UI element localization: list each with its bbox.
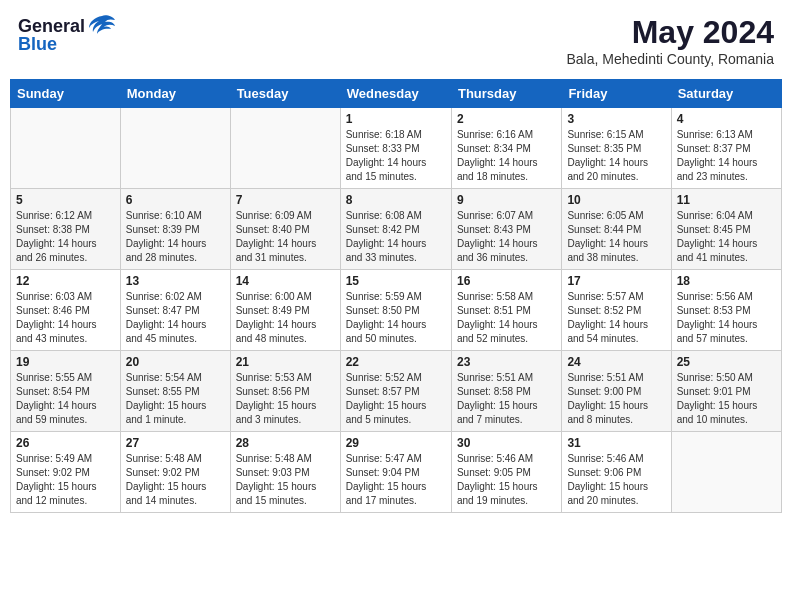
table-row: 15Sunrise: 5:59 AMSunset: 8:50 PMDayligh… [340, 270, 451, 351]
day-number: 6 [126, 193, 225, 207]
day-number: 15 [346, 274, 446, 288]
table-row: 28Sunrise: 5:48 AMSunset: 9:03 PMDayligh… [230, 432, 340, 513]
day-number: 31 [567, 436, 665, 450]
calendar-title: May 2024 [566, 14, 774, 51]
day-info: Sunrise: 6:00 AMSunset: 8:49 PMDaylight:… [236, 290, 335, 346]
table-row [230, 108, 340, 189]
day-info: Sunrise: 5:51 AMSunset: 9:00 PMDaylight:… [567, 371, 665, 427]
day-info: Sunrise: 6:18 AMSunset: 8:33 PMDaylight:… [346, 128, 446, 184]
day-info: Sunrise: 5:48 AMSunset: 9:03 PMDaylight:… [236, 452, 335, 508]
table-row: 3Sunrise: 6:15 AMSunset: 8:35 PMDaylight… [562, 108, 671, 189]
header-thursday: Thursday [451, 80, 561, 108]
day-info: Sunrise: 6:07 AMSunset: 8:43 PMDaylight:… [457, 209, 556, 265]
day-info: Sunrise: 5:48 AMSunset: 9:02 PMDaylight:… [126, 452, 225, 508]
table-row: 12Sunrise: 6:03 AMSunset: 8:46 PMDayligh… [11, 270, 121, 351]
table-row [671, 432, 781, 513]
day-number: 10 [567, 193, 665, 207]
day-number: 8 [346, 193, 446, 207]
day-number: 14 [236, 274, 335, 288]
table-row: 7Sunrise: 6:09 AMSunset: 8:40 PMDaylight… [230, 189, 340, 270]
day-info: Sunrise: 5:54 AMSunset: 8:55 PMDaylight:… [126, 371, 225, 427]
title-section: May 2024 Bala, Mehedinti County, Romania [566, 14, 774, 67]
header-sunday: Sunday [11, 80, 121, 108]
header-friday: Friday [562, 80, 671, 108]
day-number: 27 [126, 436, 225, 450]
table-row: 1Sunrise: 6:18 AMSunset: 8:33 PMDaylight… [340, 108, 451, 189]
day-info: Sunrise: 6:12 AMSunset: 8:38 PMDaylight:… [16, 209, 115, 265]
table-row: 17Sunrise: 5:57 AMSunset: 8:52 PMDayligh… [562, 270, 671, 351]
day-number: 23 [457, 355, 556, 369]
day-number: 22 [346, 355, 446, 369]
day-number: 29 [346, 436, 446, 450]
table-row: 16Sunrise: 5:58 AMSunset: 8:51 PMDayligh… [451, 270, 561, 351]
table-row: 4Sunrise: 6:13 AMSunset: 8:37 PMDaylight… [671, 108, 781, 189]
table-row: 26Sunrise: 5:49 AMSunset: 9:02 PMDayligh… [11, 432, 121, 513]
calendar-week-row: 1Sunrise: 6:18 AMSunset: 8:33 PMDaylight… [11, 108, 782, 189]
table-row: 13Sunrise: 6:02 AMSunset: 8:47 PMDayligh… [120, 270, 230, 351]
day-number: 9 [457, 193, 556, 207]
day-number: 2 [457, 112, 556, 126]
table-row: 24Sunrise: 5:51 AMSunset: 9:00 PMDayligh… [562, 351, 671, 432]
day-info: Sunrise: 6:02 AMSunset: 8:47 PMDaylight:… [126, 290, 225, 346]
day-number: 17 [567, 274, 665, 288]
table-row: 31Sunrise: 5:46 AMSunset: 9:06 PMDayligh… [562, 432, 671, 513]
day-number: 13 [126, 274, 225, 288]
day-number: 20 [126, 355, 225, 369]
day-number: 18 [677, 274, 776, 288]
day-info: Sunrise: 6:09 AMSunset: 8:40 PMDaylight:… [236, 209, 335, 265]
day-number: 4 [677, 112, 776, 126]
table-row: 9Sunrise: 6:07 AMSunset: 8:43 PMDaylight… [451, 189, 561, 270]
day-number: 28 [236, 436, 335, 450]
day-number: 30 [457, 436, 556, 450]
table-row: 6Sunrise: 6:10 AMSunset: 8:39 PMDaylight… [120, 189, 230, 270]
header-saturday: Saturday [671, 80, 781, 108]
day-info: Sunrise: 5:55 AMSunset: 8:54 PMDaylight:… [16, 371, 115, 427]
table-row: 20Sunrise: 5:54 AMSunset: 8:55 PMDayligh… [120, 351, 230, 432]
table-row: 5Sunrise: 6:12 AMSunset: 8:38 PMDaylight… [11, 189, 121, 270]
calendar-table: Sunday Monday Tuesday Wednesday Thursday… [10, 79, 782, 513]
day-info: Sunrise: 6:16 AMSunset: 8:34 PMDaylight:… [457, 128, 556, 184]
day-number: 3 [567, 112, 665, 126]
day-info: Sunrise: 6:10 AMSunset: 8:39 PMDaylight:… [126, 209, 225, 265]
logo: General Blue [18, 14, 117, 55]
calendar-week-row: 26Sunrise: 5:49 AMSunset: 9:02 PMDayligh… [11, 432, 782, 513]
day-info: Sunrise: 6:15 AMSunset: 8:35 PMDaylight:… [567, 128, 665, 184]
table-row: 8Sunrise: 6:08 AMSunset: 8:42 PMDaylight… [340, 189, 451, 270]
table-row: 10Sunrise: 6:05 AMSunset: 8:44 PMDayligh… [562, 189, 671, 270]
day-info: Sunrise: 5:51 AMSunset: 8:58 PMDaylight:… [457, 371, 556, 427]
table-row: 29Sunrise: 5:47 AMSunset: 9:04 PMDayligh… [340, 432, 451, 513]
day-info: Sunrise: 6:04 AMSunset: 8:45 PMDaylight:… [677, 209, 776, 265]
table-row: 14Sunrise: 6:00 AMSunset: 8:49 PMDayligh… [230, 270, 340, 351]
table-row: 11Sunrise: 6:04 AMSunset: 8:45 PMDayligh… [671, 189, 781, 270]
day-number: 7 [236, 193, 335, 207]
header-tuesday: Tuesday [230, 80, 340, 108]
day-number: 21 [236, 355, 335, 369]
table-row: 19Sunrise: 5:55 AMSunset: 8:54 PMDayligh… [11, 351, 121, 432]
day-info: Sunrise: 6:13 AMSunset: 8:37 PMDaylight:… [677, 128, 776, 184]
weekday-header-row: Sunday Monday Tuesday Wednesday Thursday… [11, 80, 782, 108]
day-info: Sunrise: 5:53 AMSunset: 8:56 PMDaylight:… [236, 371, 335, 427]
day-number: 25 [677, 355, 776, 369]
day-number: 16 [457, 274, 556, 288]
table-row: 21Sunrise: 5:53 AMSunset: 8:56 PMDayligh… [230, 351, 340, 432]
day-info: Sunrise: 5:49 AMSunset: 9:02 PMDaylight:… [16, 452, 115, 508]
table-row: 25Sunrise: 5:50 AMSunset: 9:01 PMDayligh… [671, 351, 781, 432]
logo-bird-icon [87, 14, 117, 38]
page-header: General Blue May 2024 Bala, Mehedinti Co… [10, 10, 782, 71]
day-number: 12 [16, 274, 115, 288]
day-info: Sunrise: 5:57 AMSunset: 8:52 PMDaylight:… [567, 290, 665, 346]
day-number: 5 [16, 193, 115, 207]
day-info: Sunrise: 5:50 AMSunset: 9:01 PMDaylight:… [677, 371, 776, 427]
header-wednesday: Wednesday [340, 80, 451, 108]
calendar-week-row: 5Sunrise: 6:12 AMSunset: 8:38 PMDaylight… [11, 189, 782, 270]
day-info: Sunrise: 6:03 AMSunset: 8:46 PMDaylight:… [16, 290, 115, 346]
logo-blue-text: Blue [18, 34, 57, 55]
calendar-week-row: 12Sunrise: 6:03 AMSunset: 8:46 PMDayligh… [11, 270, 782, 351]
calendar-subtitle: Bala, Mehedinti County, Romania [566, 51, 774, 67]
table-row: 23Sunrise: 5:51 AMSunset: 8:58 PMDayligh… [451, 351, 561, 432]
day-info: Sunrise: 5:47 AMSunset: 9:04 PMDaylight:… [346, 452, 446, 508]
day-info: Sunrise: 6:05 AMSunset: 8:44 PMDaylight:… [567, 209, 665, 265]
table-row: 18Sunrise: 5:56 AMSunset: 8:53 PMDayligh… [671, 270, 781, 351]
day-info: Sunrise: 5:58 AMSunset: 8:51 PMDaylight:… [457, 290, 556, 346]
day-number: 19 [16, 355, 115, 369]
